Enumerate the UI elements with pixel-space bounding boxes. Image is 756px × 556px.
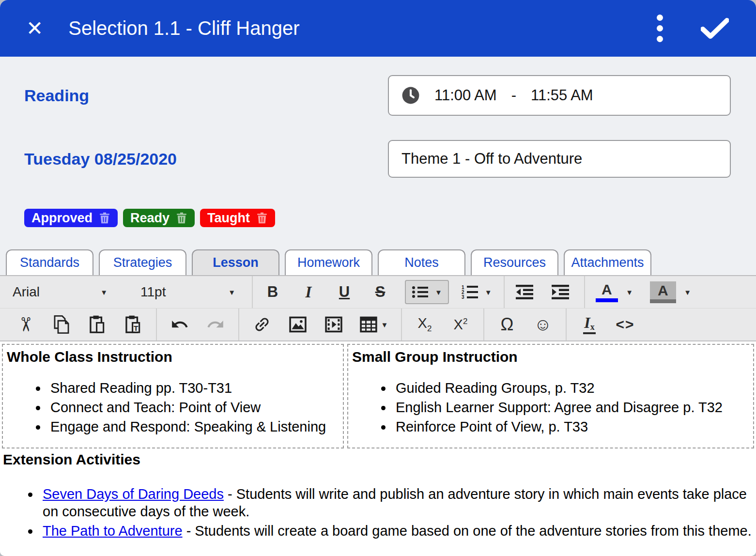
redo-icon — [206, 315, 225, 334]
indent-icon — [551, 284, 570, 300]
clear-formatting-button[interactable]: Ix — [571, 309, 607, 340]
box-title: Small Group Instruction — [352, 349, 750, 365]
outdent-icon — [515, 284, 534, 300]
subject-row: Reading 11:00 AM - 11:55 AM — [24, 75, 731, 116]
status-badges: Approved Ready Taught — [0, 209, 756, 227]
status-badge-ready[interactable]: Ready — [123, 209, 195, 227]
trash-icon — [99, 212, 110, 224]
extension-activities-section: Extension Activities Seven Days of Darin… — [2, 451, 754, 540]
lesson-editor-content[interactable]: Whole Class Instruction Shared Reading p… — [0, 341, 756, 556]
table-icon — [360, 316, 377, 333]
font-color-dropdown[interactable]: ▼ — [618, 276, 641, 308]
undo-icon — [170, 315, 189, 334]
time-end[interactable]: 11:55 AM — [531, 87, 593, 104]
numbered-list-icon: 123 — [462, 285, 479, 299]
save-check-icon[interactable] — [701, 18, 729, 39]
extension-link[interactable]: Seven Days of Daring Deeds — [43, 486, 224, 502]
editor-toolbar-format: Arial▼ 11pt▼ B I U S ▼ 123 ▼ A ▼ — [0, 275, 756, 309]
video-icon — [325, 316, 342, 333]
paste-button[interactable] — [79, 309, 115, 340]
time-separator: - — [511, 87, 516, 104]
cut-button[interactable]: ✂ — [8, 309, 44, 340]
subject-label: Reading — [24, 86, 89, 105]
extension-title: Extension Activities — [3, 451, 754, 468]
tab-standards[interactable]: Standards — [6, 249, 93, 275]
copy-icon — [53, 315, 70, 334]
time-range-field[interactable]: 11:00 AM - 11:55 AM — [388, 75, 731, 116]
link-icon — [253, 315, 271, 334]
badge-label: Ready — [130, 211, 170, 226]
code-icon: <> — [616, 316, 634, 333]
undo-button[interactable] — [162, 309, 198, 340]
paste-as-text-button[interactable]: T — [115, 309, 151, 340]
divider — [504, 276, 505, 308]
background-color-button[interactable]: A — [650, 281, 676, 303]
special-character-button[interactable]: Ω — [489, 309, 525, 340]
font-color-swatch — [596, 298, 618, 302]
status-badge-taught[interactable]: Taught — [200, 209, 275, 227]
divider — [584, 276, 585, 308]
paste-text-icon: T — [125, 315, 141, 334]
redo-button[interactable] — [198, 309, 233, 340]
font-family-select[interactable]: Arial▼ — [0, 284, 109, 300]
chevron-down-icon: ▼ — [684, 288, 691, 296]
extension-list: Seven Days of Daring Deeds - Students wi… — [2, 485, 754, 540]
clear-format-icon: Ix — [583, 315, 595, 334]
divider — [566, 309, 567, 340]
insert-table-button[interactable]: ▼ — [352, 309, 396, 340]
font-size-select[interactable]: 11pt▼ — [128, 284, 237, 300]
font-color-button[interactable]: A — [596, 282, 618, 302]
copy-button[interactable] — [44, 309, 79, 340]
background-color-swatch — [650, 299, 676, 303]
source-code-button[interactable]: <> — [607, 309, 643, 340]
list-item: Engage and Respond: Speaking & Listening — [47, 418, 340, 435]
list-item: Connect and Teach: Point of View — [47, 399, 340, 416]
scissors-icon: ✂ — [15, 316, 37, 333]
badge-label: Taught — [207, 211, 250, 226]
clock-icon — [401, 86, 420, 105]
superscript-button[interactable]: X2 — [443, 309, 478, 340]
list-item: Reinforce Point of View, p. T33 — [393, 418, 750, 435]
numbered-list-button[interactable]: 123 ▼ — [456, 280, 498, 304]
indent-button[interactable] — [542, 276, 578, 308]
divider — [156, 309, 157, 340]
paste-icon — [89, 315, 106, 334]
close-icon[interactable]: ✕ — [26, 18, 43, 39]
tab-homework[interactable]: Homework — [285, 249, 372, 275]
smiley-icon: ☺ — [534, 314, 552, 335]
trash-icon — [256, 212, 268, 224]
bold-button[interactable]: B — [255, 276, 291, 308]
tab-attachments[interactable]: Attachments — [564, 249, 651, 275]
tab-lesson[interactable]: Lesson — [192, 249, 279, 275]
theme-field[interactable]: Theme 1 - Off to Adventure — [388, 140, 731, 178]
chevron-down-icon: ▼ — [381, 321, 388, 329]
trash-icon — [176, 212, 187, 224]
underline-button[interactable]: U — [326, 276, 362, 308]
insert-image-button[interactable] — [280, 309, 316, 340]
divider — [401, 309, 402, 340]
date-label: Tuesday 08/25/2020 — [24, 150, 177, 169]
page-title: Selection 1.1 - Cliff Hanger — [68, 17, 299, 39]
strikethrough-button[interactable]: S — [362, 276, 398, 308]
divider — [238, 309, 239, 340]
subscript-button[interactable]: X2 — [407, 309, 443, 340]
theme-value[interactable]: Theme 1 - Off to Adventure — [401, 150, 582, 168]
tab-notes[interactable]: Notes — [378, 249, 465, 275]
outdent-button[interactable] — [507, 276, 542, 308]
status-badge-approved[interactable]: Approved — [24, 209, 118, 227]
small-group-instruction-box[interactable]: Small Group Instruction Guided Reading G… — [347, 344, 754, 448]
bullet-list-button[interactable]: ▼ — [405, 280, 449, 304]
time-start[interactable]: 11:00 AM — [434, 87, 497, 104]
tab-resources[interactable]: Resources — [471, 249, 558, 275]
chevron-down-icon: ▼ — [626, 288, 633, 296]
whole-class-instruction-box[interactable]: Whole Class Instruction Shared Reading p… — [2, 344, 344, 448]
italic-button[interactable]: I — [291, 276, 326, 308]
extension-link[interactable]: The Path to Adventure — [43, 523, 183, 539]
emoticon-button[interactable]: ☺ — [525, 309, 561, 340]
insert-link-button[interactable] — [244, 309, 280, 340]
insert-video-button[interactable] — [316, 309, 352, 340]
tab-strategies[interactable]: Strategies — [99, 249, 186, 275]
overflow-menu-icon[interactable] — [657, 15, 663, 42]
image-icon — [289, 316, 307, 333]
background-color-dropdown[interactable]: ▼ — [676, 276, 699, 308]
